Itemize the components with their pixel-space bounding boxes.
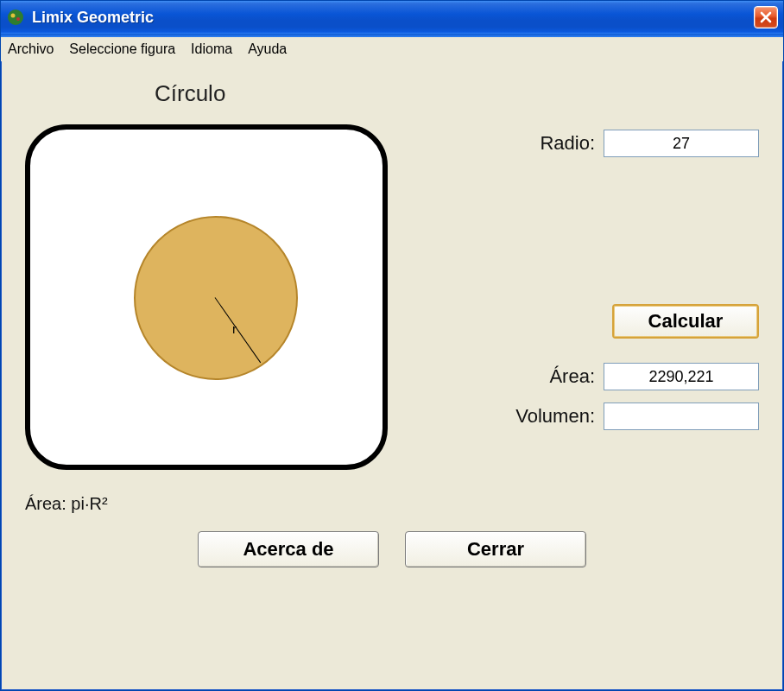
close-icon [760, 11, 772, 23]
volumen-label: Volumen: [515, 405, 595, 428]
shape-title: Círculo [155, 80, 759, 107]
menubar: Archivo Seleccione figura Idioma Ayuda [1, 37, 783, 61]
calcular-button[interactable]: Calcular [612, 304, 759, 339]
area-formula: Área: pi·R² [25, 494, 396, 514]
svg-point-0 [8, 10, 23, 25]
menu-archivo[interactable]: Archivo [8, 41, 54, 57]
radio-label: Radio: [540, 132, 595, 155]
inputs-panel: Radio: Calcular Área: Volumen: [396, 124, 759, 442]
menu-seleccione-figura[interactable]: Seleccione figura [69, 41, 175, 57]
app-window: Limix Geometric Archivo Seleccione figur… [0, 0, 784, 691]
client-area: Círculo r Área: pi·R² Radio: Calcular Ár… [1, 61, 783, 690]
app-icon [6, 8, 25, 27]
acerca-de-button[interactable]: Acerca de [198, 531, 379, 567]
menu-idioma[interactable]: Idioma [191, 41, 232, 57]
menu-ayuda[interactable]: Ayuda [248, 41, 287, 57]
titlebar: Limix Geometric [1, 1, 783, 34]
radius-letter: r [232, 321, 237, 336]
figure-canvas: r [25, 124, 388, 470]
area-output[interactable] [604, 363, 759, 390]
volumen-output[interactable] [604, 403, 759, 430]
svg-point-2 [16, 17, 20, 21]
close-window-button[interactable] [754, 6, 778, 29]
cerrar-button[interactable]: Cerrar [405, 531, 586, 567]
area-label: Área: [549, 365, 595, 388]
radio-input[interactable] [604, 130, 759, 157]
bottom-buttons: Acerca de Cerrar [25, 514, 759, 592]
svg-point-1 [11, 14, 16, 18]
window-title: Limix Geometric [32, 9, 754, 27]
